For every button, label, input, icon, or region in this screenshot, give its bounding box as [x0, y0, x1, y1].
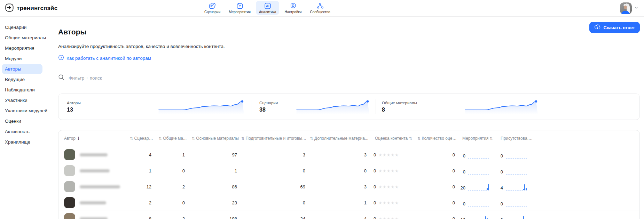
column-header-events[interactable]: Мероприятия ⇅ [459, 130, 494, 147]
attended-cell: 0 [494, 195, 533, 211]
rating-stars: ★★★★★ [378, 169, 399, 173]
filler-cell [533, 211, 639, 219]
author-avatar [64, 181, 75, 192]
search-input[interactable] [69, 75, 640, 81]
filler-cell [533, 163, 639, 179]
author-avatar [64, 213, 75, 219]
topnav-item-settings[interactable]: Настройки [281, 1, 305, 15]
search-icon [58, 74, 64, 82]
sidebar-item-grades[interactable]: Оценки [2, 116, 42, 126]
mini-bar-chart[interactable] [468, 152, 489, 159]
table-body: 4197330★★★★★000101000★★★★★000122866930★★… [58, 147, 639, 219]
settings-icon [289, 2, 297, 10]
stat-sparkline [296, 99, 369, 114]
prep-final-materials-cell: 3 [241, 147, 309, 163]
filler-cell [533, 147, 639, 163]
question-icon: ? [58, 55, 64, 62]
column-header-main-materials[interactable]: ⇅ Основные материалы [189, 130, 241, 147]
mini-bar-chart[interactable] [468, 216, 489, 219]
download-report-button[interactable]: Скачать отчет [589, 22, 640, 33]
content-rating-cell: 0★★★★★ [371, 211, 417, 219]
author-avatar [64, 197, 75, 208]
content-rating-cell: 0★★★★★ [371, 147, 417, 163]
sort-icon: ⇅ [241, 136, 244, 141]
brand-arrow-icon [5, 3, 14, 14]
svg-text:7: 7 [239, 5, 241, 8]
brand-name: тренингспэйс [17, 5, 57, 12]
topnav-item-analytics[interactable]: Аналитика [256, 1, 280, 15]
sidebar-item-events[interactable]: Мероприятия [2, 43, 42, 53]
sidebar-item-scenarios[interactable]: Сценарии [2, 22, 42, 32]
sidebar-item-participants[interactable]: Участники [2, 95, 42, 105]
topnav-item-scenarios[interactable]: Сценарии [201, 1, 223, 15]
ratings-count-cell: 0 [417, 163, 459, 179]
user-menu[interactable] [620, 2, 639, 14]
extra-materials-cell: 3 [309, 179, 371, 195]
help-link[interactable]: ? Как работать с аналитикой по авторам [58, 55, 151, 62]
mini-bar-chart[interactable] [506, 152, 527, 159]
mini-bar-chart[interactable] [506, 216, 527, 219]
column-header-attended[interactable]: Присутствова... ⇅ [494, 130, 533, 147]
stat-2: Сценарии38 [251, 94, 376, 120]
table-row: 4197330★★★★★000 [58, 147, 639, 163]
column-header-content-rating[interactable]: Оценка контента ⇅ [371, 130, 417, 147]
sidebar-item-observers[interactable]: Наблюдатели [2, 85, 42, 95]
column-header-extra-materials[interactable]: ⇅ Дополнительные материа... [309, 130, 371, 147]
mini-bar-chart[interactable] [468, 168, 489, 175]
column-header-prep-final-materials[interactable]: ⇅ Подготовительные и итоговые м... [241, 130, 309, 147]
column-header-ratings-count[interactable]: ⇅ Количество оценок [417, 130, 459, 147]
mini-bar-chart[interactable] [468, 184, 489, 190]
column-header-author[interactable]: Автор ↓ [58, 130, 130, 147]
sidebar-item-hosts[interactable]: Ведущие [2, 74, 42, 84]
scenarios-icon [209, 2, 216, 10]
sidebar-item-modules[interactable]: Модули [2, 54, 42, 64]
topnav-item-events[interactable]: 7Мероприятия [226, 1, 254, 15]
events-icon: 7 [236, 2, 244, 10]
attended-cell: 0 [494, 163, 533, 179]
author-name-blurred [80, 169, 110, 172]
filler-cell [533, 179, 639, 195]
stat-value: 8 [382, 107, 417, 113]
avatar[interactable] [620, 2, 632, 14]
author-avatar [64, 149, 75, 160]
table-row: 101000★★★★★000 [58, 163, 639, 179]
authors-table: Автор ↓⇅ Сценарии⇅ Общие ма...⇅ Основные… [58, 130, 640, 219]
mini-bar-chart[interactable] [506, 184, 527, 190]
sort-icon: ⇅ [490, 136, 493, 141]
mini-bar-chart[interactable] [468, 200, 489, 206]
content-rating-cell: 0★★★★★ [371, 179, 417, 195]
stats-card: Авторы13Сценарии38Общие материалы8 [58, 94, 640, 120]
table-row: 122866930★★★★★0204 [58, 179, 639, 195]
page-description: Анализируйте продуктивность авторов, кач… [58, 43, 640, 50]
rating-stars: ★★★★★ [378, 217, 399, 219]
column-header-common-materials[interactable]: ⇅ Общие ма... [156, 130, 189, 147]
events-cell: 0 [459, 163, 494, 179]
sort-desc-icon: ↓ [77, 136, 80, 141]
sidebar-item-authors[interactable]: Авторы [2, 64, 42, 74]
column-header-scenarios[interactable]: ⇅ Сценарии [130, 130, 156, 147]
sort-icon: ⇅ [417, 136, 421, 141]
sidebar-item-common-materials[interactable]: Общие материалы [2, 33, 42, 43]
prep-final-materials-cell: 69 [241, 179, 309, 195]
prep-final-materials-cell: 24 [241, 211, 309, 219]
sidebar-item-storage[interactable]: Хранилище [2, 137, 42, 147]
chevron-down-icon[interactable] [634, 5, 639, 12]
extra-materials-cell: 4 [309, 211, 371, 219]
topnav-item-community[interactable]: Сообщество [307, 1, 333, 15]
mini-bar-chart[interactable] [506, 200, 527, 206]
mini-bar-chart[interactable] [506, 168, 527, 175]
author-name-blurred [80, 217, 108, 219]
sidebar: СценарииОбщие материалыМероприятияМодули… [0, 17, 50, 219]
ratings-count-cell: 0 [417, 211, 459, 219]
search-bar [58, 72, 640, 84]
scenarios-cell: 2 [130, 195, 156, 211]
main-materials-cell: 97 [189, 147, 241, 163]
prep-final-materials-cell: 0 [241, 163, 309, 179]
analytics-icon [264, 2, 272, 10]
events-cell: 0 [459, 195, 494, 211]
sidebar-item-activity[interactable]: Активность [2, 127, 42, 137]
common-materials-cell: 0 [156, 195, 189, 211]
sidebar-item-module-participants[interactable]: Участники модулей [2, 106, 42, 116]
column-filler [533, 130, 639, 147]
scenarios-cell: 8 [130, 211, 156, 219]
